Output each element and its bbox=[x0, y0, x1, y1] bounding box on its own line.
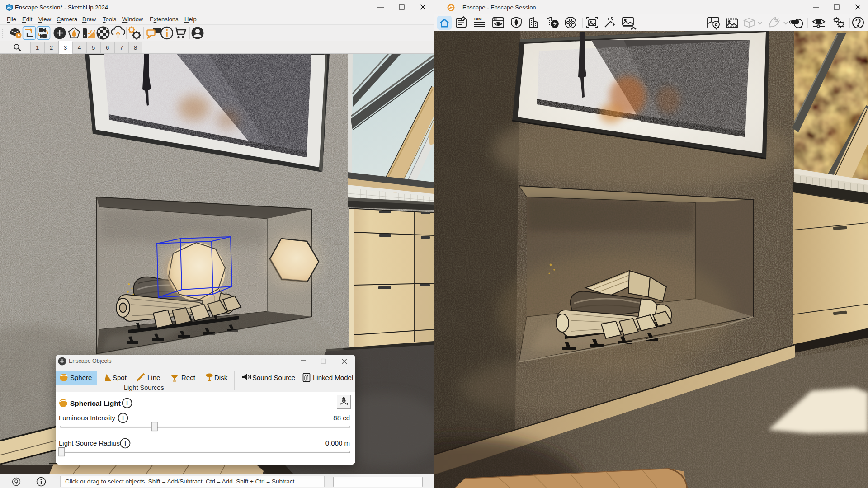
svg-text:i: i bbox=[122, 415, 124, 422]
svg-text:Linked Model: Linked Model bbox=[313, 374, 353, 381]
svg-text:BIM: BIM bbox=[474, 17, 482, 21]
svg-text:Luminous Intensity: Luminous Intensity bbox=[59, 414, 116, 422]
svg-text:Light Sources: Light Sources bbox=[124, 384, 164, 391]
svg-text:88 cd: 88 cd bbox=[333, 414, 350, 422]
svg-text:Light Source Radius: Light Source Radius bbox=[59, 439, 120, 447]
svg-text:i: i bbox=[124, 440, 126, 447]
svg-text:Sphere: Sphere bbox=[70, 374, 92, 381]
svg-text:Disk: Disk bbox=[214, 374, 228, 381]
svg-text:i: i bbox=[126, 400, 128, 407]
svg-text:Spot: Spot bbox=[113, 374, 127, 381]
svg-text:0.000 m: 0.000 m bbox=[326, 439, 350, 447]
svg-text:Spherical Light: Spherical Light bbox=[70, 399, 121, 407]
svg-text:Rect: Rect bbox=[181, 374, 196, 381]
svg-text:Line: Line bbox=[147, 374, 160, 381]
svg-text:Sound Source: Sound Source bbox=[252, 374, 295, 381]
